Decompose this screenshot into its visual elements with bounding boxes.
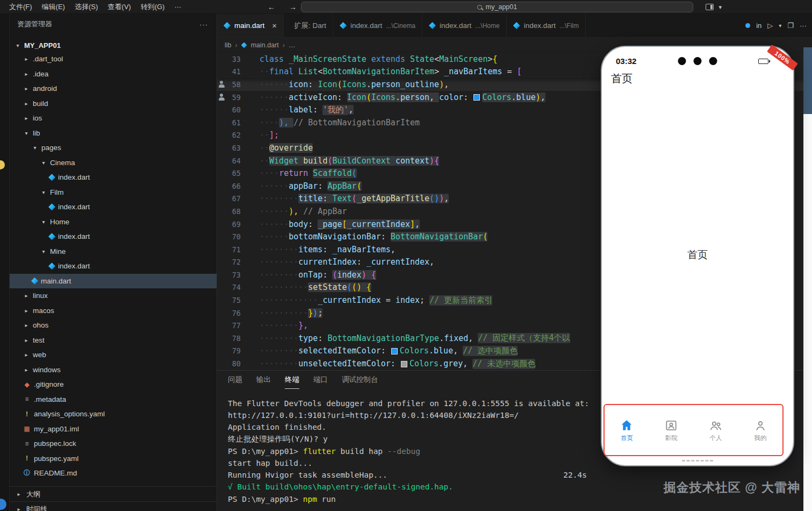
more-actions-icon[interactable]: ··· [800,22,807,30]
tree-item-Film[interactable]: ▾Film [10,185,217,200]
section-label: 时间线 [26,505,47,511]
phone-nav-people[interactable]: 个人 [709,418,723,442]
code-token: : [322,245,332,254]
terminal-line-4: PS D:\my_app01> flutter build hap --debu… [228,445,587,457]
code-token: : [322,194,332,203]
dart-devtools-icon[interactable] [745,23,750,28]
tree-item-index.dart[interactable]: index.dart [10,200,217,215]
breadcrumb-item[interactable]: main.dart [251,41,279,49]
section-label: 大纲 [26,489,40,499]
code-token: ·· [260,67,269,76]
sidebar-section-大纲[interactable]: ▸大纲 [10,486,217,501]
tree-item-main.dart[interactable]: main.dart [10,274,217,289]
run-icon[interactable]: ▷ [767,22,773,30]
line-number: 58 [226,80,241,89]
breadcrumb-item[interactable]: … [289,41,296,49]
tree-item-index.dart[interactable]: index.dart [10,259,217,274]
phone-nav-cinema[interactable]: 影院 [664,418,678,442]
remote-status-icon[interactable] [0,499,6,510]
code-token: ······ [260,207,289,216]
panel-tab-调试控制台[interactable]: 调试控制台 [342,371,378,389]
code-token: Colors [409,359,439,368]
home-icon [620,418,634,432]
history-forward-icon[interactable]: → [289,3,297,11]
phone-nav-home[interactable]: 首页 [620,418,634,442]
tree-item-analysis_options.yaml[interactable]: !analysis_options.yaml [10,407,217,422]
more-actions-icon[interactable]: ··· [199,20,208,29]
sidebar-section-时间线[interactable]: ▸时间线 [10,501,217,511]
tab-1-Dart[interactable]: 扩展: Dart [284,14,333,37]
panel-tab-问题[interactable]: 问题 [228,371,242,389]
tree-item-pages[interactable]: ▾pages [10,140,217,155]
code-token: ) [357,282,362,292]
tab-0-main.dart[interactable]: main.dart× [217,14,284,37]
code-token: , [463,359,472,368]
tree-item-macos[interactable]: ▸macos [10,303,217,318]
tree-item-pubspec.lock[interactable]: ≡pubspec.lock [10,436,217,451]
code-token: . [429,346,434,356]
tree-item-ios[interactable]: ▸ios [10,111,217,126]
menu-item-3[interactable]: 查看(V) [103,2,135,12]
split-editor-icon[interactable]: ❐ [787,22,794,30]
tree-item-ohos[interactable]: ▸ohos [10,318,217,333]
phone-nav-person[interactable]: 我的 [753,418,767,442]
tree-item-my_app01.iml[interactable]: ▦my_app01.iml [10,422,217,437]
tree-item-index.dart[interactable]: index.dart [10,229,217,244]
chevron-down-icon[interactable]: ▾ [779,23,781,29]
tree-item-Cinema[interactable]: ▾Cinema [10,155,217,171]
menu-item-1[interactable]: 编辑(E) [37,2,70,12]
tree-item-Home[interactable]: ▾Home [10,215,217,230]
code-token: , [541,93,545,102]
line-number: 67 [226,194,241,203]
menu-item-4[interactable]: 转到(G) [136,2,170,12]
menu-item-0[interactable]: 文件(F) [4,2,37,12]
tree-item-.idea[interactable]: ▸.idea [10,67,217,82]
command-center-search[interactable]: my_app01 [301,2,693,12]
code-token: : [308,219,318,229]
code-token: extends [371,54,410,64]
panel-tab-终端[interactable]: 终端 [285,371,299,389]
phone-clock: 03:32 [616,56,636,66]
panel-tab-端口[interactable]: 端口 [313,371,328,389]
tab-2-index.dart[interactable]: index.dart...\Cinema [333,14,422,37]
tab-4-index.dart[interactable]: index.dart...\Film [507,14,586,37]
panel-tab-输出[interactable]: 输出 [256,371,271,389]
tree-item-test[interactable]: ▸test [10,333,217,348]
code-token: = [386,295,396,305]
tree-item-.dart_tool[interactable]: ▸.dart_tool [10,52,217,67]
tree-item-android[interactable]: ▸android [10,81,217,96]
project-root[interactable]: ▾ MY_APP01 [10,39,217,52]
line-number: 33 [226,55,241,63]
code-token: ········ [260,194,298,203]
code-token: blue [516,93,536,102]
menu-item-2[interactable]: 选择(S) [70,2,103,12]
chevron-right-icon: ▸ [23,86,30,91]
history-back-icon[interactable]: ← [268,3,275,11]
tab-3-index.dart[interactable]: index.dart...\Home [422,14,507,37]
tree-item-.metadata[interactable]: ≡.metadata [10,392,217,407]
tree-item-Mine[interactable]: ▾Mine [10,244,217,259]
tree-item-README.md[interactable]: ⓘREADME.md [10,466,217,481]
tree-item-web[interactable]: ▸web [10,347,217,363]
tree-item-pubspec.yaml[interactable]: !pubspec.yaml [10,451,217,466]
chevron-down-icon[interactable]: ▾ [718,4,722,11]
tree-item-build[interactable]: ▸build [10,96,217,111]
tree-item-label: .gitignore [34,380,64,388]
tree-item-.gitignore[interactable]: ◆.gitignore [10,377,217,392]
breadcrumb-item[interactable]: lib [225,41,232,49]
tree-item-windows[interactable]: ▸windows [10,363,217,378]
tree-item-lib[interactable]: ▾lib [10,126,217,141]
person-icon [753,418,767,432]
menu-bar: 文件(F)编辑(E)选择(S)查看(V)转到(G)··· [0,2,186,12]
tree-item-linux[interactable]: ▸linux [10,288,217,303]
chevron-right-icon: ▸ [23,101,30,107]
menu-item-5[interactable]: ··· [169,3,186,11]
tree-item-label: windows [33,366,61,374]
meta-file-icon: ≡ [23,395,31,403]
layout-panel-icon[interactable] [706,4,714,10]
gutter-space [217,332,226,345]
scrollbar-region[interactable] [803,47,812,114]
gutter-space [217,103,226,116]
tree-item-index.dart[interactable]: index.dart [10,170,217,185]
close-icon[interactable]: × [272,21,277,30]
